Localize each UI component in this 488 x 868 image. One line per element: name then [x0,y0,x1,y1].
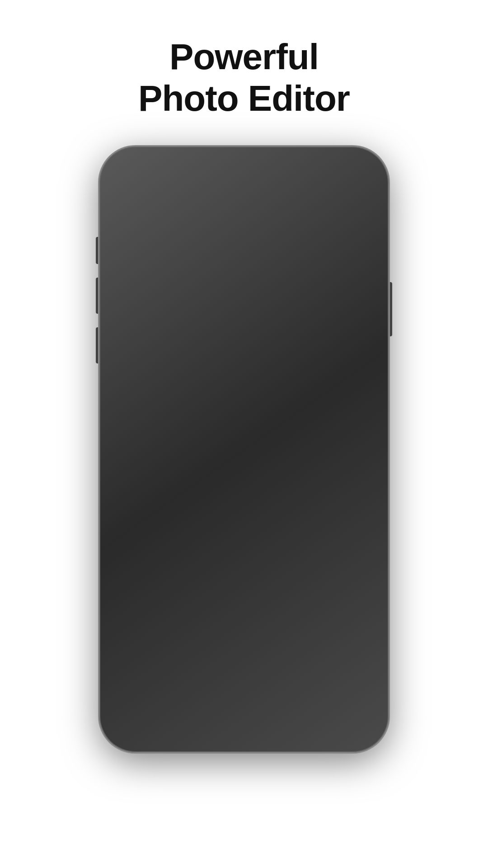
battery-icon [347,162,366,170]
back-button[interactable] [119,189,136,207]
exposure-icon [169,658,189,678]
status-time: 9:41 [122,159,147,174]
tick [356,711,357,716]
download-button[interactable] [352,189,369,207]
tab-shadows[interactable]: Shadows [331,658,372,691]
arms [163,424,325,478]
tick [132,711,132,716]
crop-tool[interactable] [218,189,235,207]
undo-redo-controls [115,498,178,524]
svg-line-21 [227,673,228,674]
volume-down-button [96,327,99,363]
volume-up-button [96,278,99,314]
svg-line-23 [227,663,228,664]
tick [294,711,294,716]
tab-contrast-label: Contrast [249,681,282,691]
redo-button[interactable] [149,498,178,524]
tab-auto[interactable]: Auto [116,658,157,691]
volume-silent-button [96,237,99,264]
tick [144,710,145,717]
tick [269,710,269,717]
status-icons [313,161,366,171]
toolbar-tools [183,189,305,207]
svg-rect-1 [256,193,261,203]
undo-button[interactable] [115,498,144,524]
tab-brightness[interactable]: Brightness [202,658,243,691]
svg-point-15 [219,665,226,672]
tab-brightness-label: Brightness [202,681,243,691]
contrast-icon [256,658,276,678]
tab-highlights-label: Highlights [290,681,327,691]
tick [282,711,282,716]
svg-point-25 [306,665,311,671]
tab-shadows-label: Shadows [334,681,369,691]
highlights-icon [299,658,319,678]
phone-screen: 9:41 [106,153,382,746]
tick [368,711,369,716]
tool-tabs: Auto [106,654,382,694]
tick [306,710,307,717]
svg-line-20 [217,663,218,664]
head [208,279,280,361]
svg-point-0 [336,169,338,170]
tick [331,711,332,716]
slider-area: 50 [106,694,382,719]
tab-exposure-label: Exposure [160,681,199,691]
tick [169,711,169,716]
adjust-tool[interactable] [288,189,305,207]
svg-rect-2 [262,193,267,203]
wifi-icon [332,161,342,171]
tick [157,711,157,716]
headline-line1: Powerful [169,37,319,77]
headline: Powerful Photo Editor [138,36,350,119]
dynamic-island [212,159,276,173]
phone-mockup: 9:41 [99,146,389,752]
svg-line-22 [217,673,218,674]
bottom-controls: Auto [106,646,382,746]
slider-ticks [119,709,369,718]
brightness-icon [212,658,232,678]
tick-center [244,709,244,718]
photo-canvas[interactable]: Before [106,216,382,650]
shadows-icon [342,658,361,678]
tick [194,711,194,716]
app-toolbar [106,180,382,216]
tick [257,711,257,716]
rotate-tool[interactable] [183,189,200,207]
tick [219,710,219,717]
before-label: Before [317,578,348,590]
signal-icon [313,162,326,171]
tick [343,710,344,717]
tab-contrast[interactable]: Contrast [245,658,286,691]
tick [319,711,319,716]
tab-exposure[interactable]: Exposure [159,658,200,691]
power-button [389,282,392,336]
tick [182,710,182,717]
tab-highlights[interactable]: Highlights [288,658,329,691]
flip-tool[interactable] [253,189,270,207]
tab-auto-label: Auto [127,681,145,691]
tick [231,711,232,716]
slider-value: 50 [119,698,369,710]
tick [206,711,207,716]
headline-line2: Photo Editor [138,78,350,118]
tick [119,711,120,716]
slider-track[interactable] [119,712,369,714]
auto-icon [127,658,146,678]
comparison-arrow [305,481,342,519]
